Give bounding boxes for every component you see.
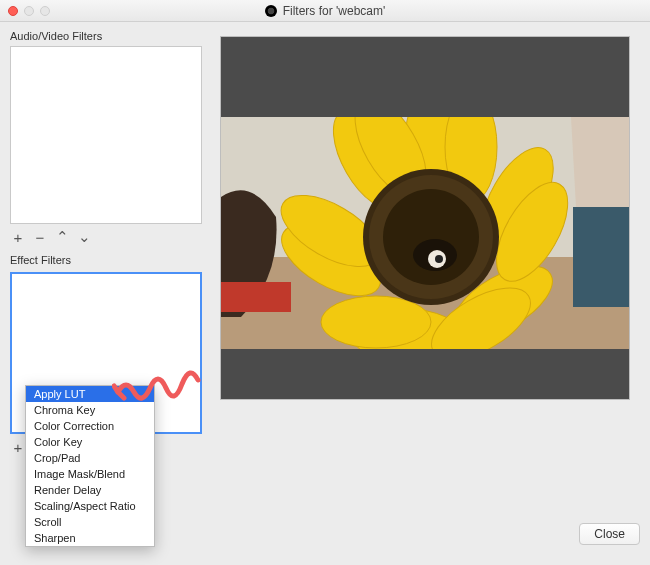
effect-filter-menu[interactable]: Apply LUTChroma KeyColor CorrectionColor… <box>25 385 155 547</box>
effect-menu-item[interactable]: Image Mask/Blend <box>26 466 154 482</box>
audio-filters-list[interactable] <box>10 46 202 224</box>
webcam-preview-image <box>221 117 629 349</box>
svg-point-21 <box>435 255 443 263</box>
effect-menu-item[interactable]: Scaling/Aspect Ratio <box>26 498 154 514</box>
effect-menu-item[interactable]: Chroma Key <box>26 402 154 418</box>
close-button[interactable]: Close <box>579 523 640 545</box>
obs-icon <box>265 5 277 17</box>
window-title: Filters for 'webcam' <box>0 4 650 18</box>
dialog-footer: Close <box>220 523 640 555</box>
svg-point-13 <box>321 296 431 348</box>
move-audio-filter-down-button[interactable]: ⌄ <box>76 228 92 246</box>
effect-menu-item[interactable]: Crop/Pad <box>26 450 154 466</box>
svg-rect-2 <box>573 207 629 307</box>
preview-area <box>220 36 630 400</box>
svg-rect-3 <box>221 282 291 312</box>
window-title-text: Filters for 'webcam' <box>283 4 386 18</box>
effect-menu-item[interactable]: Apply LUT <box>26 386 154 402</box>
effect-menu-item[interactable]: Scroll <box>26 514 154 530</box>
effect-menu-item[interactable]: Color Key <box>26 434 154 450</box>
effect-menu-item[interactable]: Sharpen <box>26 530 154 546</box>
effect-menu-item[interactable]: Render Delay <box>26 482 154 498</box>
move-audio-filter-up-button[interactable]: ⌃ <box>54 228 70 246</box>
window-titlebar: Filters for 'webcam' <box>0 0 650 22</box>
add-audio-filter-button[interactable]: + <box>10 229 26 246</box>
add-effect-filter-button[interactable]: + <box>10 439 26 456</box>
audio-filters-label: Audio/Video Filters <box>10 30 202 42</box>
effect-menu-item[interactable]: Color Correction <box>26 418 154 434</box>
remove-audio-filter-button[interactable]: − <box>32 229 48 246</box>
effect-filters-label: Effect Filters <box>10 254 202 266</box>
audio-filters-toolbar: + − ⌃ ⌄ <box>10 228 202 246</box>
right-panel: Close <box>212 22 650 565</box>
